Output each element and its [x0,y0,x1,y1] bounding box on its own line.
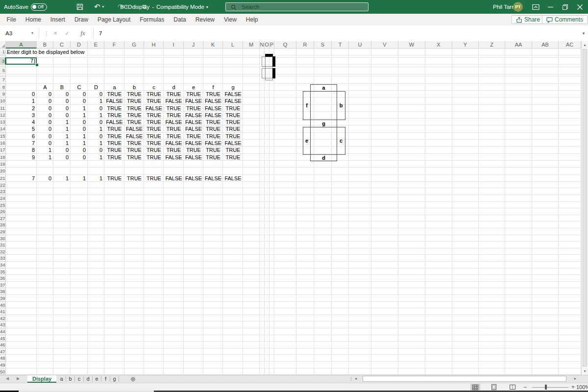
row-header-24[interactable]: 24 [0,195,6,202]
row-header-15[interactable]: 15 [0,133,6,140]
grid-cell-A14[interactable]: 5 [6,125,37,132]
row-header-40[interactable]: 40 [0,302,6,309]
grid-cell-L13[interactable]: TRUE [223,119,243,125]
grid-cell-F12[interactable]: TRUE [104,112,124,119]
grid-cell-G11[interactable]: TRUE [124,105,144,112]
grid-cell-B21[interactable]: 0 [37,175,53,182]
grid-cell-I16[interactable]: FALSE [164,140,184,147]
grid-cell-K9[interactable]: TRUE [203,91,223,98]
column-header-U[interactable]: U [349,41,371,49]
grid-cell-J9[interactable]: TRUE [184,91,203,98]
column-header-P[interactable]: P [270,41,274,49]
ribbon-tab-data[interactable]: Data [169,14,191,25]
row-header-22[interactable]: 22 [0,182,6,189]
row-header-37[interactable]: 37 [0,282,6,289]
grid-cell-E10[interactable]: 1 [88,98,104,104]
grid-cell-J14[interactable]: FALSE [184,125,203,132]
grid-cell-K18[interactable]: TRUE [203,154,223,161]
grid-cell-C13[interactable]: 1 [53,119,71,125]
grid-cell-L21[interactable]: FALSE [223,175,243,182]
grid-cell-I11[interactable]: TRUE [164,105,184,112]
grid-cell-A13[interactable]: 4 [6,119,37,125]
grid-cell-F16[interactable]: TRUE [104,140,124,147]
grid-cell-B15[interactable]: 0 [37,133,53,140]
grid-cell-G18[interactable]: TRUE [124,154,144,161]
grid-cell-C14[interactable]: 1 [53,125,71,132]
cancel-entry-button[interactable]: × [50,28,61,39]
grid-cell-D15[interactable]: 1 [71,133,88,140]
row-header-39[interactable]: 39 [0,295,6,302]
grid-cell-J11[interactable]: TRUE [184,105,203,112]
grid-cell-E18[interactable]: 1 [88,154,104,161]
row-header-43[interactable]: 43 [0,321,6,328]
grid-cell-C11[interactable]: 0 [53,105,71,112]
page-layout-view-button[interactable] [489,384,499,391]
grid-cell-K13[interactable]: TRUE [203,119,223,125]
column-header-W[interactable]: W [398,41,425,49]
grid-cell-B16[interactable]: 0 [37,140,53,147]
grid-cell-K14[interactable]: TRUE [203,125,223,132]
row-header-30[interactable]: 30 [0,235,6,242]
grid-cell-F14[interactable]: TRUE [104,125,124,132]
row-header-42[interactable]: 42 [0,315,6,322]
grid-cell-K11[interactable]: FALSE [203,105,223,112]
grid-cell-I9[interactable]: TRUE [164,91,184,98]
row-header-44[interactable]: 44 [0,328,6,335]
confirm-entry-button[interactable]: ✓ [62,28,73,39]
column-header-AC[interactable]: AC [559,41,581,49]
grid-cell-E21[interactable]: 1 [88,175,104,182]
column-header-Y[interactable]: Y [452,41,479,49]
grid-cell-F8[interactable]: a [104,84,124,91]
column-header-A[interactable]: A [6,41,37,49]
column-header-E[interactable]: E [88,41,104,49]
column-header-V[interactable]: V [371,41,398,49]
grid-cell-D14[interactable]: 0 [71,125,88,132]
row-header-13[interactable]: 13 [0,119,6,125]
grid-cell-I15[interactable]: TRUE [164,133,184,140]
grid-cell-H14[interactable]: TRUE [144,125,164,132]
grid-cell-I13[interactable]: FALSE [164,119,184,125]
grid-cell-B13[interactable]: 0 [37,119,53,125]
grid-cell-L18[interactable]: TRUE [223,154,243,161]
grid-cell-F10[interactable]: FALSE [104,98,124,104]
column-header-N[interactable]: N [260,41,265,49]
search-input[interactable] [241,3,350,10]
row-header-34[interactable]: 34 [0,262,6,269]
grid-cell-C9[interactable]: 0 [53,91,71,98]
grid-cell-H18[interactable]: TRUE [144,154,164,161]
grid-cell-G15[interactable]: FALSE [124,133,144,140]
row-header-49[interactable]: 49 [0,362,6,368]
grid-cell-I14[interactable]: TRUE [164,125,184,132]
row-header-7[interactable]: 7 [0,76,6,83]
minimize-button[interactable] [543,0,558,14]
grid-cell-L15[interactable]: TRUE [223,133,243,140]
hscroll-left-icon[interactable]: ◂ [355,376,357,381]
grid-cell-D17[interactable]: 0 [71,147,88,153]
grid-cell-D21[interactable]: 1 [71,175,88,182]
zoom-in-button[interactable]: + [571,384,575,391]
insert-function-button[interactable]: fx [77,28,88,39]
grid-cell-J21[interactable]: FALSE [184,175,203,182]
normal-view-button[interactable] [470,384,480,391]
ribbon-tab-file[interactable]: File [2,14,21,25]
row-header-21[interactable]: 21 [0,175,6,182]
grid-cell-C15[interactable]: 1 [53,133,71,140]
grid-cell-K17[interactable]: TRUE [203,147,223,153]
sheet-tab-f[interactable]: f [101,376,110,382]
page-break-preview-button[interactable] [508,384,517,391]
grid-cell-B14[interactable]: 0 [37,125,53,132]
grid-cell-H10[interactable]: TRUE [144,98,164,104]
close-button[interactable] [572,0,587,14]
vertical-scrollbar[interactable]: ▴ ▾ [581,41,588,375]
grid-cell-H9[interactable]: TRUE [144,91,164,98]
ribbon-tab-formulas[interactable]: Formulas [135,14,169,25]
horizontal-scroll-thumb[interactable] [363,376,566,382]
grid-cell-J17[interactable]: TRUE [184,147,203,153]
grid-cell-J18[interactable]: FALSE [184,154,203,161]
document-title[interactable]: BCDdisplay - Compatibility Mode ▾ [113,0,216,14]
column-header-D[interactable]: D [71,41,88,49]
row-header-28[interactable]: 28 [0,221,6,228]
grid-cell-E11[interactable]: 0 [88,105,104,112]
grid-cell-H8[interactable]: c [144,84,164,91]
grid-cell-E16[interactable]: 1 [88,140,104,147]
